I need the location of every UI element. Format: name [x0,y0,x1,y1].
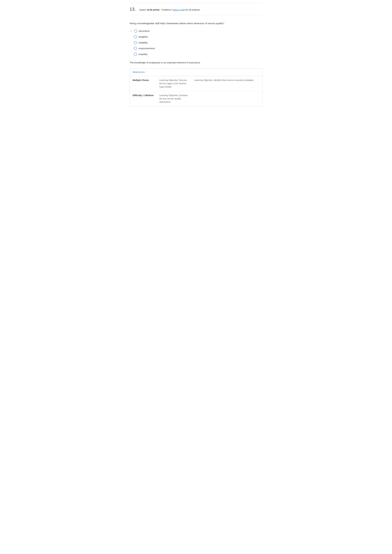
answer-label-4: responsiveness [139,47,155,50]
references-row2-col1: Difficulty: 2 Medium [130,91,157,106]
references-row2-col2: Learning Objective: Examine the five ser… [157,91,191,106]
answer-option-5[interactable]: empathy [130,53,262,56]
arrow-indicator: → [130,29,132,33]
references-row-1: Multiple Choice Learning Objective: Disc… [130,76,262,91]
references-row-2: Difficulty: 2 Medium Learning Objective:… [130,91,262,106]
radio-circle-5[interactable] [134,53,137,56]
question-body: Hiring a knowledgeable staff helps Sweet… [130,20,262,110]
problems-label: Problems? [162,8,172,11]
answer-label-1: assurance [139,29,150,33]
answer-option-2[interactable]: tangibles [130,35,262,39]
radio-circle-3[interactable] [134,41,137,44]
references-row1-col1: Multiple Choice [130,76,157,91]
award-label: Award: [140,8,146,11]
radio-circle-4[interactable] [134,47,137,50]
radio-circle-2[interactable] [134,35,137,38]
answer-option-4[interactable]: responsiveness [130,47,262,50]
references-container: References Multiple Choice Learning Obje… [130,68,262,106]
feedback-text: The knowledge of employees is an importa… [130,61,262,64]
references-title: References [133,71,145,73]
answer-option-3[interactable]: reliability [130,41,262,45]
answer-label-3: reliability [139,41,148,45]
question-number: 13. [130,6,138,13]
answer-label-5: empathy [139,53,148,56]
answer-option-1[interactable]: → assurance [130,29,262,33]
page-wrapper: 13. Award: 10.00 points Problems? Adjust… [125,0,267,113]
award-text: Award: 10.00 points [140,8,160,12]
references-row1-col2: Learning Objective: Discuss the four gap… [157,76,191,91]
award-points: 10.00 points [147,8,160,11]
question-text: Hiring a knowledgeable staff helps Sweet… [130,21,262,25]
answer-label-2: tangibles [139,35,148,39]
question-header: 13. Award: 10.00 points Problems? Adjust… [130,3,262,15]
references-table: Multiple Choice Learning Objective: Disc… [130,76,262,106]
radio-circle-1[interactable] [134,29,137,33]
adjust-credit-link[interactable]: Adjust credit [173,8,185,11]
answer-options: → assurance tangibles reliability respon… [130,29,262,56]
references-row1-col3: Learning Objective: Identify three servi… [191,76,262,91]
for-all-students: for all students. [185,8,201,11]
problems-text: Problems? Adjust credit for all students… [162,8,201,12]
references-header: References [130,69,262,76]
references-row2-col3 [191,91,262,106]
